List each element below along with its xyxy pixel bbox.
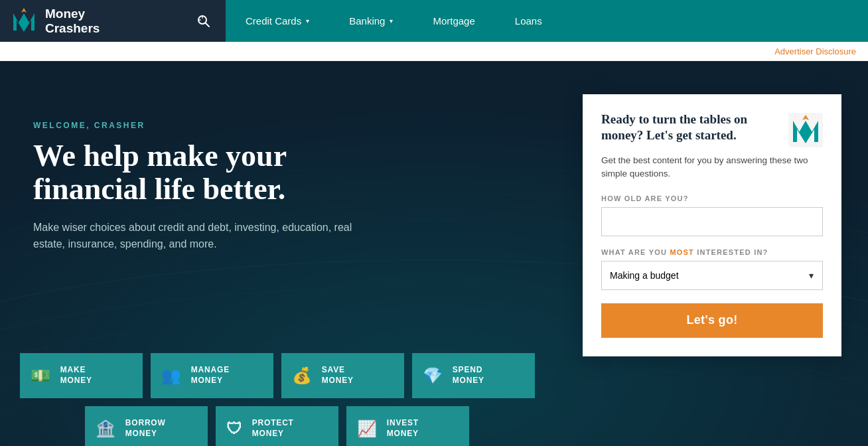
invest-money-label: INVESTMONEY xyxy=(387,418,419,439)
nav-credit-cards-label: Credit Cards xyxy=(246,15,301,27)
make-money-icon: 💵 xyxy=(31,366,51,385)
age-label: HOW OLD ARE YOU? xyxy=(601,194,823,202)
logo-area: Money Crashers xyxy=(0,0,226,42)
protect-money-icon: 🛡 xyxy=(226,419,243,438)
age-input[interactable] xyxy=(601,207,823,236)
save-money-icon: 💰 xyxy=(292,366,313,385)
welcome-tag: WELCOME, CRASHER xyxy=(33,121,392,130)
nav-mortgage[interactable]: Mortgage xyxy=(413,0,494,42)
save-money-label: SAVEMONEY xyxy=(322,365,354,386)
search-button[interactable] xyxy=(191,14,216,29)
nav-mortgage-label: Mortgage xyxy=(433,15,474,27)
cta-card: Ready to turn the tables on money? Let's… xyxy=(583,94,841,356)
tile-make-money[interactable]: 💵 MAKEMONEY xyxy=(20,353,143,398)
hero-content: WELCOME, CRASHER We help make your finan… xyxy=(0,61,425,253)
interest-label: WHAT ARE YOU xyxy=(601,248,667,256)
interest-label2: INTERESTED IN? xyxy=(697,248,768,256)
logo-text[interactable]: Money Crashers xyxy=(45,7,100,36)
nav-credit-cards[interactable]: Credit Cards ▾ xyxy=(226,0,329,42)
tile-protect-money[interactable]: 🛡 PROTECTMONEY xyxy=(216,406,338,446)
borrow-money-icon: 🏦 xyxy=(96,419,116,438)
manage-money-label: MANAGEMONEY xyxy=(191,365,230,386)
tile-spend-money[interactable]: 💎 SPENDMONEY xyxy=(412,353,535,398)
hero-section: WELCOME, CRASHER We help make your finan… xyxy=(0,61,868,446)
borrow-money-label: BORROWMONEY xyxy=(125,418,166,439)
spend-money-icon: 💎 xyxy=(423,366,443,385)
tiles-container: 💵 MAKEMONEY 👥 MANAGEMONEY 💰 SAVEMONEY 💎 … xyxy=(20,353,535,446)
protect-money-label: PROTECTMONEY xyxy=(252,418,294,439)
logo-icon xyxy=(9,7,38,36)
nav-banking-label: Banking xyxy=(349,15,385,27)
nav-banking[interactable]: Banking ▾ xyxy=(329,0,413,42)
interest-highlight: MOST xyxy=(670,248,694,256)
card-description: Get the best content for you by answerin… xyxy=(601,154,823,181)
logo-crashers: Crashers xyxy=(45,21,100,36)
tile-manage-money[interactable]: 👥 MANAGEMONEY xyxy=(151,353,273,398)
invest-money-icon: 📈 xyxy=(357,419,378,438)
advertiser-disclosure-link[interactable]: Advertiser Disclosure xyxy=(774,46,856,56)
main-nav: Credit Cards ▾ Banking ▾ Mortgage Loans xyxy=(226,0,868,42)
card-header: Ready to turn the tables on money? Let's… xyxy=(601,112,823,147)
nav-loans-label: Loans xyxy=(515,15,542,27)
tile-borrow-money[interactable]: 🏦 BORROWMONEY xyxy=(85,406,208,446)
nav-loans[interactable]: Loans xyxy=(495,0,562,42)
tiles-row-1: 💵 MAKEMONEY 👥 MANAGEMONEY 💰 SAVEMONEY 💎 … xyxy=(20,353,535,398)
search-icon xyxy=(196,14,211,29)
spend-money-label: SPENDMONEY xyxy=(453,365,484,386)
chevron-down-icon: ▾ xyxy=(306,17,309,25)
tiles-row-2: 🏦 BORROWMONEY 🛡 PROTECTMONEY 📈 INVESTMON… xyxy=(20,406,535,446)
card-title: Ready to turn the tables on money? Let's… xyxy=(601,112,779,143)
interest-select[interactable]: Making a budget Saving money Investing P… xyxy=(601,261,823,290)
site-header: Money Crashers Credit Cards ▾ Banking ▾ … xyxy=(0,0,868,42)
tile-invest-money[interactable]: 📈 INVESTMONEY xyxy=(346,406,469,446)
logo-money: Money xyxy=(45,7,100,21)
hero-title: We help make your financial life better. xyxy=(33,139,392,205)
advertiser-bar: Advertiser Disclosure xyxy=(0,42,868,61)
interest-label-row: WHAT ARE YOU MOST INTERESTED IN? xyxy=(601,248,823,256)
tile-save-money[interactable]: 💰 SAVEMONEY xyxy=(281,353,404,398)
svg-line-4 xyxy=(206,23,210,27)
make-money-label: MAKEMONEY xyxy=(60,365,92,386)
chevron-down-icon: ▾ xyxy=(390,17,393,25)
manage-money-icon: 👥 xyxy=(161,366,182,385)
lets-go-button[interactable]: Let's go! xyxy=(601,303,823,338)
hero-subtitle: Make wiser choices about credit and debt… xyxy=(33,220,358,253)
card-logo xyxy=(788,113,823,147)
